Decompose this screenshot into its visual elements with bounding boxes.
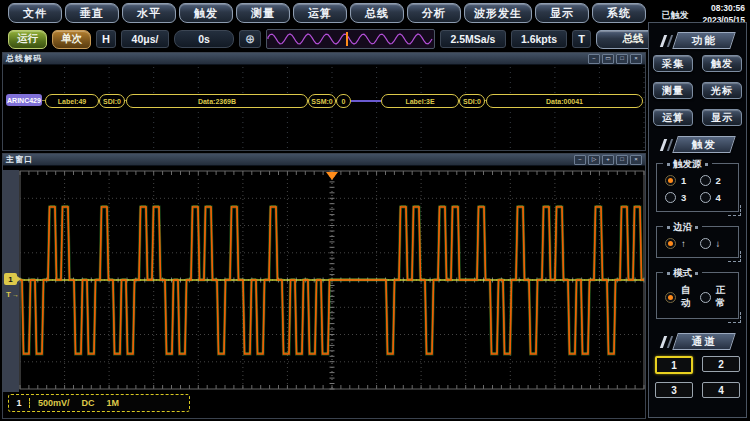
menu-item-horizontal[interactable]: 水平 xyxy=(122,3,176,23)
channel-number: 1 xyxy=(9,398,30,408)
edge-falling-radio[interactable]: ↓ xyxy=(700,238,733,249)
channel-1-button[interactable]: 1 xyxy=(655,356,693,374)
channel-scale: 500mV/ xyxy=(38,398,70,408)
bus-decode-window: 总线解码 −▭□× ARINC429Label:49SDI:0Data:2369… xyxy=(2,52,646,151)
channel-1-level-marker[interactable]: 1 xyxy=(4,273,17,285)
menu-item-trigger[interactable]: 触发 xyxy=(179,3,233,23)
channel-2-button[interactable]: 2 xyxy=(702,356,740,372)
acquire-button[interactable]: 采集 xyxy=(653,55,693,72)
single-button[interactable]: 单次 xyxy=(52,30,91,49)
main-window-control-0[interactable]: − xyxy=(574,155,586,165)
display-button[interactable]: 显示 xyxy=(702,109,742,126)
label-field-bubble: Label:49 xyxy=(45,94,99,108)
bus-type-badge: ARINC429 xyxy=(6,94,42,106)
function-tab-stripe xyxy=(660,35,667,47)
main-window-control-4[interactable]: × xyxy=(630,155,642,165)
source-4-radio[interactable]: 4 xyxy=(700,192,733,203)
menu-item-display[interactable]: 显示 xyxy=(535,3,589,23)
menu-item-vertical[interactable]: 垂直 xyxy=(65,3,119,23)
main-window-controls: −▷+□× xyxy=(574,155,642,165)
function-buttons: 采集触发测量光标运算显示 xyxy=(649,55,746,126)
label-mark xyxy=(667,163,670,166)
label-mark xyxy=(667,226,670,229)
source-2-radio[interactable]: 2 xyxy=(700,175,733,186)
label-field-bubble: Label:3E xyxy=(381,94,459,108)
timebase-value[interactable]: 40μs/ xyxy=(121,30,169,48)
sdi-field-bubble: SDI:0 xyxy=(459,94,485,108)
horizontal-position-value[interactable]: 0s xyxy=(174,30,234,48)
menu-bar: 文件垂直水平触发测量运算总线分析波形发生显示系统 xyxy=(8,3,646,23)
decode-gridlines xyxy=(3,65,645,151)
decode-window-controls: −▭□× xyxy=(588,54,642,64)
trigger-tab-label: 触发 xyxy=(692,138,717,152)
menu-item-wavegen[interactable]: 波形发生 xyxy=(464,3,532,23)
channel-tab-stripe xyxy=(667,336,673,348)
zoom-icon[interactable]: ⊕ xyxy=(239,30,261,48)
mode-options: 自动正常 xyxy=(663,282,734,312)
data-field-bubble: Data:00041 xyxy=(486,94,643,108)
label-mark xyxy=(695,272,698,275)
math-button[interactable]: 运算 xyxy=(653,109,693,126)
section-trigger: 触发 xyxy=(649,136,746,153)
edge-group-label: 边沿 xyxy=(663,221,702,234)
edge-group: 边沿↑↓ xyxy=(656,226,739,258)
menu-item-math[interactable]: 运算 xyxy=(293,3,347,23)
channel-3-button[interactable]: 3 xyxy=(655,382,693,398)
menu-item-file[interactable]: 文件 xyxy=(8,3,62,23)
main-window-control-1[interactable]: ▷ xyxy=(588,155,600,165)
label-mark xyxy=(667,272,670,275)
sdi-field-bubble: SDI:0 xyxy=(99,94,125,108)
channel-buttons: 1234 xyxy=(649,356,746,398)
function-tab[interactable]: 功能 xyxy=(672,32,736,49)
horizontal-badge: H xyxy=(96,30,116,48)
decode-window-control-1[interactable]: ▭ xyxy=(602,54,614,64)
cursor-button[interactable]: 光标 xyxy=(702,82,742,99)
channel-tab-stripe xyxy=(660,336,667,348)
trigger-level-marker[interactable]: T xyxy=(6,290,19,299)
channel-1-info-badge[interactable]: 1 500mV/ DC 1M xyxy=(8,394,190,412)
toolbar: 运行 单次 H 40μs/ 0s ⊕ 2.5MSa/s 1.6kpts T 总线 xyxy=(8,29,670,49)
function-tab-label: 功能 xyxy=(692,34,717,48)
function-tab-stripe xyxy=(667,35,673,47)
memory-depth-value: 1.6kpts xyxy=(511,30,567,48)
source-1-radio[interactable]: 1 xyxy=(665,175,698,186)
radio-circle-icon xyxy=(700,192,711,203)
oscilloscope-screen: 文件垂直水平触发测量运算总线分析波形发生显示系统 已触发 08:30:56 20… xyxy=(0,0,750,421)
trigger-button[interactable]: 触发 xyxy=(702,55,742,72)
menu-item-bus[interactable]: 总线 xyxy=(350,3,404,23)
main-window-title: 主窗口 xyxy=(6,154,33,165)
menu-item-analyze[interactable]: 分析 xyxy=(407,3,461,23)
trigger-status: 已触发 xyxy=(661,9,688,22)
channel-4-button[interactable]: 4 xyxy=(702,382,740,398)
channel-tab[interactable]: 通道 xyxy=(672,333,736,350)
decode-window-control-2[interactable]: □ xyxy=(616,54,628,64)
menu-item-system[interactable]: 系统 xyxy=(592,3,646,23)
waveform-preview-strip[interactable] xyxy=(266,29,435,49)
decode-window-control-0[interactable]: − xyxy=(588,54,600,64)
decode-window-body: ARINC429Label:49SDI:0Data:2369BSSM:00Lab… xyxy=(3,65,645,151)
label-mark xyxy=(705,163,708,166)
radio-circle-icon xyxy=(700,175,711,186)
ssm-field-bubble: SSM:0 xyxy=(308,94,336,108)
source-3-radio[interactable]: 3 xyxy=(665,192,698,203)
decode-window-control-3[interactable]: × xyxy=(630,54,642,64)
label-mark xyxy=(695,226,698,229)
trigger-tab-stripe xyxy=(660,139,667,151)
radio-circle-icon xyxy=(665,238,676,249)
run-button[interactable]: 运行 xyxy=(8,30,47,49)
measure-button[interactable]: 测量 xyxy=(653,82,693,99)
waveform-display xyxy=(3,166,647,418)
main-window-control-2[interactable]: + xyxy=(602,155,614,165)
edge-rising-radio[interactable]: ↑ xyxy=(665,238,698,249)
menu-item-measure[interactable]: 测量 xyxy=(236,3,290,23)
mode-normal-radio[interactable]: 正常 xyxy=(700,284,733,310)
channel-tab-label: 通道 xyxy=(692,335,717,349)
edge-options: ↑↓ xyxy=(663,236,734,251)
mode-auto-radio[interactable]: 自动 xyxy=(665,284,698,310)
trigger-tab[interactable]: 触发 xyxy=(672,136,736,153)
right-control-panel: 功能采集触发测量光标运算显示触发触发源1234边沿↑↓模式自动正常通道1234 xyxy=(648,22,747,418)
trigger-source-group: 触发源1234 xyxy=(656,163,739,212)
channel-impedance: 1M xyxy=(107,398,120,408)
main-window-control-3[interactable]: □ xyxy=(616,155,628,165)
radio-circle-icon xyxy=(700,292,711,303)
